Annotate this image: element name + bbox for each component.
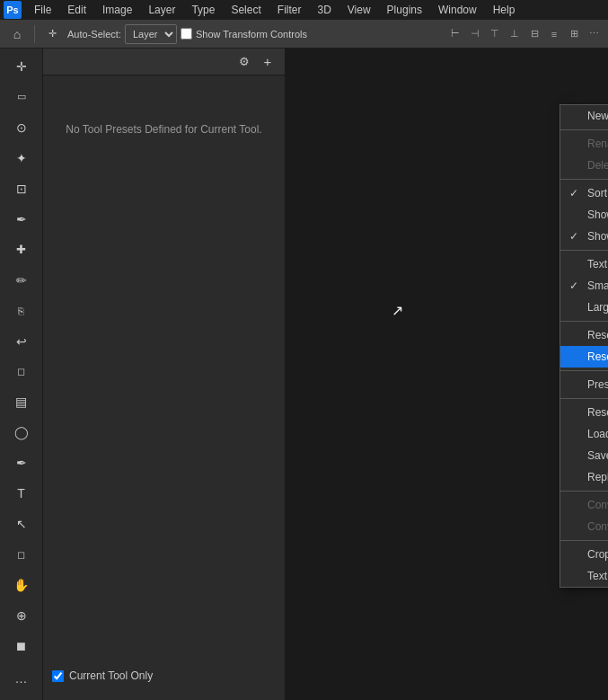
tool-crop[interactable]: ⊡	[7, 174, 36, 203]
sep-2	[560, 179, 608, 180]
presets-header: ⚙ +	[43, 49, 285, 75]
distribute-icon[interactable]: ≡	[545, 25, 563, 43]
menu-replace-tool-presets[interactable]: Replace Tool Presets...	[560, 466, 608, 488]
sep-3	[560, 250, 608, 251]
menu-new-tool-preset[interactable]: New Tool Preset...	[560, 105, 608, 127]
menu-layer[interactable]: Layer	[141, 2, 182, 18]
tool-shape[interactable]: ◻	[7, 540, 36, 569]
menu-help[interactable]: Help	[486, 2, 523, 18]
menu-text-only[interactable]: Text Only	[560, 253, 608, 275]
auto-select-label: Auto-Select:	[67, 29, 121, 40]
menu-crop-and-marquee[interactable]: Crop and Marquee	[560, 544, 608, 565]
menu-file[interactable]: File	[27, 2, 58, 18]
tool-type[interactable]: T	[7, 479, 36, 508]
transform-controls-label: Show Transform Controls	[181, 28, 307, 40]
align-top-icon[interactable]: ⊥	[506, 25, 524, 43]
presets-empty-message: No Tool Presets Defined for Current Tool…	[43, 75, 285, 183]
menu-type[interactable]: Type	[184, 2, 222, 18]
tool-dodge[interactable]: ◯	[7, 418, 36, 447]
canvas-area: New Tool Preset... Rename Tool Preset...…	[286, 49, 608, 700]
spacing-icon[interactable]: ⊞	[565, 25, 583, 43]
edit-toolbar-btn[interactable]: …	[7, 664, 36, 693]
tool-gradient[interactable]: ▤	[7, 387, 36, 416]
menu-view[interactable]: View	[340, 2, 378, 18]
menu-large-list[interactable]: Large List	[560, 297, 608, 318]
tool-eyedropper[interactable]: ✒	[7, 205, 36, 234]
sep-4	[560, 321, 608, 322]
sep-5	[560, 370, 608, 371]
sep-8	[560, 540, 608, 541]
menu-reset-tool[interactable]: Reset Tool	[560, 324, 608, 346]
transform-controls-checkbox[interactable]	[181, 28, 192, 40]
menu-preset-manager[interactable]: Preset Manager...	[560, 374, 608, 395]
menu-save-tool-presets[interactable]: Save Tool Presets...	[560, 445, 608, 466]
small-list-check: ✓	[569, 279, 578, 292]
sep-1	[560, 129, 608, 130]
menu-delete-tool-preset: Delete Tool Preset	[560, 155, 608, 176]
show-current-check: ✓	[569, 230, 578, 243]
sep-7	[560, 491, 608, 492]
sort-by-tool-check: ✓	[569, 187, 578, 199]
tool-lasso[interactable]: ⊙	[7, 113, 36, 142]
layer-select[interactable]: Layer	[125, 24, 177, 44]
menu-reset-tool-presets[interactable]: Reset Tool Presets...	[560, 402, 608, 423]
tool-move[interactable]: ✛	[7, 52, 36, 81]
toolbar-separator-1	[34, 25, 35, 43]
tool-zoom[interactable]: ⊕	[7, 601, 36, 630]
tool-select-rect[interactable]: ▭	[7, 83, 36, 111]
tool-healing[interactable]: ✚	[7, 235, 36, 264]
cursor-indicator: ↗	[392, 302, 403, 319]
home-button[interactable]: ⌂	[5, 22, 29, 46]
menu-load-tool-presets[interactable]: Load Tool Presets...	[560, 423, 608, 445]
presets-panel: ⚙ + No Tool Presets Defined for Current …	[43, 49, 286, 700]
toolbar-right-icons: ⊢ ⊣ ⊤ ⊥ ⊟ ≡ ⊞ ⋯	[446, 25, 603, 43]
menu-sort-by-tool[interactable]: ✓ Sort by Tool	[560, 182, 608, 204]
presets-footer: Current Tool Only	[52, 669, 153, 682]
menu-select[interactable]: Select	[224, 2, 268, 18]
align-center-h-icon[interactable]: ⊣	[466, 25, 484, 43]
menu-convert-all-to-brush-presets: Convert All to Brush Presets...	[560, 516, 608, 537]
align-left-icon[interactable]: ⊢	[446, 25, 464, 43]
main-area: ✛ ▭ ⊙ ✦ ⊡ ✒ ✚ ✏ ⎘ ↩ ◻ ▤ ◯ ✒ T ↖ ◻ ✋ ⊕ ■ …	[0, 49, 608, 700]
more-icon[interactable]: ⋯	[585, 25, 603, 43]
menu-reset-all-tools[interactable]: Reset All Tools	[560, 346, 608, 368]
menu-show-all-tool-presets[interactable]: Show All Tool Presets	[560, 204, 608, 226]
foreground-bg-icon[interactable]: ■	[7, 632, 36, 660]
menu-small-list[interactable]: ✓ Small List	[560, 275, 608, 297]
menu-show-current-tool-presets[interactable]: ✓ Show Current Tool Presets	[560, 226, 608, 247]
current-tool-only-label: Current Tool Only	[69, 669, 153, 682]
align-right-icon[interactable]: ⊤	[486, 25, 504, 43]
tools-sidebar: ✛ ▭ ⊙ ✦ ⊡ ✒ ✚ ✏ ⎘ ↩ ◻ ▤ ◯ ✒ T ↖ ◻ ✋ ⊕ ■ …	[0, 49, 43, 700]
context-menu: New Tool Preset... Rename Tool Preset...…	[560, 104, 608, 588]
tool-clone[interactable]: ⎘	[7, 297, 36, 325]
options-toolbar: ⌂ ✛ Auto-Select: Layer Show Transform Co…	[0, 20, 608, 49]
menu-window[interactable]: Window	[431, 2, 484, 18]
menu-rename-tool-preset: Rename Tool Preset...	[560, 133, 608, 155]
menu-plugins[interactable]: Plugins	[380, 2, 429, 18]
tool-magic-wand[interactable]: ✦	[7, 144, 36, 173]
current-tool-only-checkbox[interactable]	[52, 670, 64, 682]
tool-pen[interactable]: ✒	[7, 448, 36, 477]
app-logo: Ps	[4, 1, 22, 19]
menu-filter[interactable]: Filter	[270, 2, 309, 18]
tool-eraser[interactable]: ◻	[7, 358, 36, 386]
move-tool-button[interactable]: ✛	[40, 22, 64, 46]
sep-6	[560, 398, 608, 399]
presets-gear-btn[interactable]: ⚙	[233, 50, 256, 74]
presets-add-btn[interactable]: +	[256, 50, 279, 74]
menu-edit[interactable]: Edit	[60, 2, 93, 18]
menu-convert-to-brush-preset: Convert to Brush Preset	[560, 494, 608, 516]
menu-text[interactable]: Text	[560, 565, 608, 587]
menu-bar: Ps File Edit Image Layer Type Select Fil…	[0, 0, 608, 20]
tool-brush[interactable]: ✏	[7, 266, 36, 295]
tool-path-select[interactable]: ↖	[7, 509, 36, 538]
tool-history-brush[interactable]: ↩	[7, 327, 36, 356]
menu-3d[interactable]: 3D	[310, 2, 338, 18]
align-bottom-icon[interactable]: ⊟	[525, 25, 543, 43]
tool-hand[interactable]: ✋	[7, 571, 36, 599]
menu-image[interactable]: Image	[95, 2, 139, 18]
